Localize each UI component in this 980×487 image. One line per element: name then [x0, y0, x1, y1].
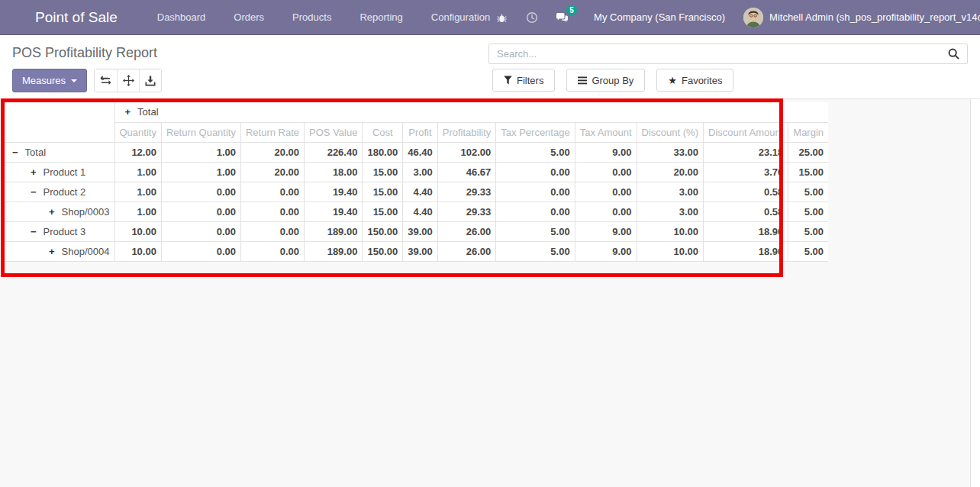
pivot-cell: 10.00 [637, 241, 703, 261]
pivot-cell: 39.00 [403, 241, 438, 261]
menu-item-dashboard[interactable]: Dashboard [157, 11, 206, 23]
pivot-measure-header[interactable]: Profitability [437, 122, 496, 142]
search-input[interactable] [489, 48, 940, 60]
pivot-row: +Product 11.001.0020.0018.0015.003.0046.… [5, 162, 828, 182]
download-icon [145, 76, 156, 86]
search-bar [488, 44, 968, 64]
collapse-icon[interactable]: − [31, 186, 37, 198]
pivot-measure-header[interactable]: Cost [363, 122, 403, 142]
pivot-measure-header[interactable]: Profit [403, 122, 438, 142]
apps-grid-icon[interactable] [12, 12, 14, 22]
pivot-cell: 0.00 [575, 162, 637, 182]
activities-clock-icon[interactable] [521, 11, 543, 24]
pivot-cell: 150.00 [363, 241, 403, 261]
expand-icon[interactable]: + [31, 166, 37, 178]
pivot-measure-header[interactable]: POS Value [305, 122, 363, 142]
pivot-cell: 10.00 [114, 241, 161, 261]
filters-label: Filters [517, 75, 543, 86]
favorites-label: Favorites [682, 75, 722, 86]
expand-icon[interactable]: + [49, 206, 55, 218]
pivot-row: +Shop/000410.000.000.00189.00150.0039.00… [5, 241, 828, 261]
filters-button[interactable]: Filters [492, 69, 555, 92]
pivot-measure-header[interactable]: Discount (%) [637, 122, 703, 142]
page-title: POS Profitability Report [12, 45, 157, 61]
flip-axes-button[interactable] [95, 69, 117, 92]
content-area: +TotalQuantityReturn QuantityReturn Rate… [0, 99, 980, 487]
pivot-measure-header[interactable]: Return Quantity [161, 122, 240, 142]
pivot-row-header[interactable]: +Product 1 [5, 162, 114, 182]
pivot-cell: 29.33 [437, 202, 496, 221]
pivot-cell: 0.00 [161, 221, 240, 241]
menu-item-configuration[interactable]: Configuration [431, 11, 490, 23]
vertical-scrollbar[interactable] [970, 99, 980, 487]
pivot-cell: 3.70 [704, 162, 788, 182]
pivot-cell: 46.40 [403, 142, 438, 162]
pivot-cell: 189.00 [305, 221, 363, 241]
pivot-cell: 0.00 [496, 182, 575, 202]
pivot-cell: 39.00 [403, 221, 438, 241]
menu-item-reporting[interactable]: Reporting [359, 11, 402, 23]
pivot-measure-header[interactable]: Margin [788, 122, 828, 142]
pivot-cell: 0.00 [161, 241, 240, 261]
pivot-cell: 0.00 [240, 241, 304, 261]
pivot-row-header[interactable]: −Total [5, 142, 114, 162]
expand-icon[interactable]: + [125, 106, 131, 118]
pivot-cell: 189.00 [305, 241, 363, 261]
expand-all-button[interactable] [117, 69, 139, 92]
collapse-icon[interactable]: − [12, 147, 18, 158]
pivot-measure-header[interactable]: Tax Percentage [496, 122, 575, 142]
favorites-button[interactable]: ★ Favorites [656, 69, 733, 92]
pivot-cell: 18.90 [704, 221, 788, 241]
expand-all-icon [123, 75, 134, 86]
measures-button[interactable]: Measures [12, 69, 87, 92]
pivot-cell: 20.00 [240, 162, 304, 182]
collapse-icon[interactable]: − [31, 226, 37, 237]
star-icon: ★ [668, 75, 677, 86]
pivot-cell: 26.00 [437, 221, 496, 241]
pivot-cell: 0.00 [575, 202, 637, 221]
pivot-measure-header[interactable]: Tax Amount [575, 122, 637, 142]
messages-icon[interactable]: 5 [551, 11, 574, 23]
pivot-measure-header[interactable]: Quantity [114, 122, 161, 142]
group-by-button[interactable]: Group By [566, 69, 645, 92]
pivot-cell: 9.00 [575, 221, 637, 241]
pivot-cell: 102.00 [437, 142, 496, 162]
pivot-row-header[interactable]: +Shop/0004 [5, 241, 114, 261]
pivot-cell: 4.40 [403, 202, 438, 221]
pivot-cell: 9.00 [575, 241, 637, 261]
pivot-col-group-header[interactable]: +Total [114, 102, 828, 122]
pivot-measure-header[interactable]: Return Rate [240, 122, 304, 142]
user-menu[interactable]: Mitchell Admin (sh_pos_profitability_rep… [743, 8, 980, 27]
pivot-cell: 25.00 [788, 142, 828, 162]
expand-icon[interactable]: + [49, 246, 55, 257]
pivot-cell: 5.00 [496, 142, 575, 162]
pivot-row-header[interactable]: +Shop/0003 [5, 202, 114, 221]
user-name: Mitchell Admin (sh_pos_profitability_rep… [769, 11, 980, 23]
pivot-cell: 10.00 [114, 221, 161, 241]
pivot-cell: 10.00 [637, 221, 703, 241]
menu-item-products[interactable]: Products [292, 11, 331, 23]
pivot-cell: 150.00 [363, 221, 403, 241]
pivot-row: +Shop/00031.000.000.0019.4015.004.4029.3… [5, 202, 828, 221]
measures-label: Measures [22, 75, 66, 86]
navbar-systray: 5 My Company (San Francisco) Mitchell Ad… [490, 8, 980, 27]
pivot-cell: 0.58 [704, 182, 788, 202]
pivot-cell: 1.00 [161, 162, 240, 182]
pivot-row-header[interactable]: −Product 3 [5, 221, 114, 241]
pivot-table: +TotalQuantityReturn QuantityReturn Rate… [5, 102, 828, 262]
app-title[interactable]: Point of Sale [35, 9, 118, 26]
bug-icon[interactable] [490, 11, 513, 23]
pivot-row-header[interactable]: −Product 2 [5, 182, 114, 202]
pivot-cell: 1.00 [114, 182, 161, 202]
pivot-measure-header[interactable]: Discount Amount [704, 122, 788, 142]
pivot-cell: 3.00 [637, 202, 703, 221]
control-panel: POS Profitability Report Measures [0, 35, 980, 99]
menu-item-orders[interactable]: Orders [234, 11, 264, 23]
pivot-row: −Product 310.000.000.00189.00150.0039.00… [5, 221, 828, 241]
download-button[interactable] [139, 69, 161, 92]
pivot-cell: 12.00 [114, 142, 161, 162]
search-icon[interactable] [940, 48, 967, 60]
pivot-cell: 15.00 [788, 162, 828, 182]
company-switcher[interactable]: My Company (San Francisco) [594, 11, 725, 23]
group-by-label: Group By [592, 75, 633, 86]
